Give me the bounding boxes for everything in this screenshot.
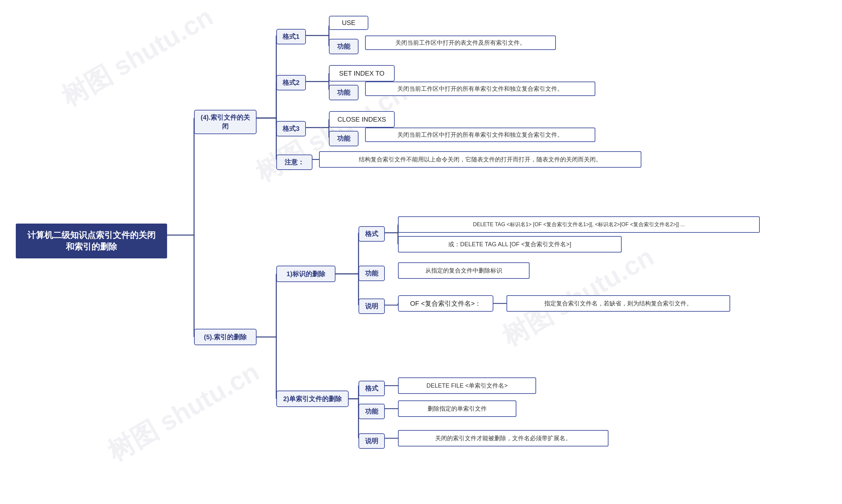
format2-cmd-node: SET INDEX TO <box>329 65 395 82</box>
del-file-func-text-node: 删除指定的单索引文件 <box>398 400 516 417</box>
format3-func-text-node: 关闭当前工作区中打开的所有单索引文件和独立复合索引文件。 <box>365 128 595 142</box>
close-index-node: (4).索引文件的关闭 <box>194 110 256 134</box>
del-tag-node: 1)标识的删除 <box>276 266 336 282</box>
format1-func-label-node: 功能 <box>329 39 359 54</box>
del-tag-func-text-node: 从指定的复合文件中删除标识 <box>398 262 530 279</box>
format2-node: 格式2 <box>276 75 306 90</box>
del-tag-fmt-text2-node: 或：DELETE TAG ALL [OF <复合索引文件名>] <box>398 236 622 252</box>
note-label-node: 注意： <box>276 155 312 170</box>
del-tag-note-sub-node: OF <复合索引文件名>： <box>398 295 494 312</box>
format3-func-label-node: 功能 <box>329 131 359 146</box>
del-file-note-text-node: 关闭的索引文件才能被删除，文件名必须带扩展名。 <box>398 430 608 447</box>
root-node: 计算机二级知识点索引文件的关闭和索引的删除 <box>16 223 167 258</box>
format2-func-text-node: 关闭当前工作区中打开的所有单索引文件和独立复合索引文件。 <box>365 82 595 96</box>
del-tag-note-text-node: 指定复合索引文件名，若缺省，则为结构复合索引文件。 <box>506 295 730 312</box>
format1-use-node: USE <box>329 16 369 30</box>
watermark-4: 树图 shutu.cn <box>101 355 266 470</box>
format1-node: 格式1 <box>276 29 306 44</box>
watermark-1: 树图 shutu.cn <box>55 0 220 115</box>
del-tag-fmt-text1-node: DELETE TAG <标识名1> [OF <复合索引文件名1>][, <标识名… <box>398 216 760 233</box>
del-tag-note-label-node: 说明 <box>359 299 385 314</box>
format3-cmd-node: CLOSE INDEXS <box>329 111 395 128</box>
delete-index-node: (5).索引的删除 <box>194 329 256 345</box>
note-text-node: 结构复合索引文件不能用以上命令关闭，它随表文件的打开而打开，随表文件的关闭而关闭… <box>319 151 641 168</box>
format2-func-label-node: 功能 <box>329 85 359 100</box>
format1-func-text-node: 关闭当前工作区中打开的表文件及所有索引文件。 <box>365 36 556 50</box>
del-file-fmt-label-node: 格式 <box>359 381 385 396</box>
del-file-func-label-node: 功能 <box>359 404 385 419</box>
del-tag-func-label-node: 功能 <box>359 266 385 281</box>
format3-node: 格式3 <box>276 121 306 137</box>
del-file-fmt-text-node: DELETE FILE <单索引文件名> <box>398 377 536 394</box>
del-file-node: 2)单索引文件的删除 <box>276 391 348 407</box>
del-file-note-label-node: 说明 <box>359 433 385 449</box>
del-tag-fmt-label-node: 格式 <box>359 226 385 242</box>
